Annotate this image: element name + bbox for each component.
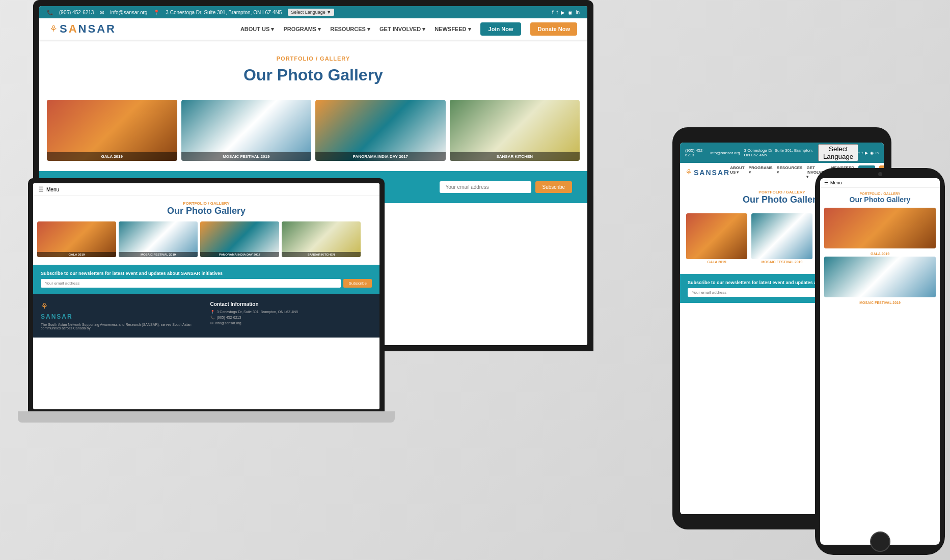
gallery-item-panorama[interactable]: PANORAMA INDIA DAY 2017 — [315, 100, 446, 161]
donate-now-button[interactable]: Donate Now — [530, 22, 577, 36]
tablet-label-mosaic: MOSAIC FESTIVAL 2019 — [751, 259, 812, 265]
tablet-yt-icon[interactable]: ▶ — [865, 151, 868, 155]
laptop-label-panorama: PANORAMA INDIA DAY 2017 — [200, 252, 279, 257]
nav-get-involved[interactable]: GET INVOLVED ▾ — [379, 26, 425, 33]
laptop-menu-label: Menu — [46, 187, 59, 192]
gallery-image-gala — [47, 100, 177, 161]
laptop-contact-email: ✉ info@sansar.org — [210, 321, 372, 325]
laptop-breadcrumb: PORTFOLIO / GALLERY — [39, 201, 373, 206]
join-now-button[interactable]: Join Now — [480, 22, 522, 36]
tablet-topbar-left: (905) 452-6213 info@sansar.org 3 Conesto… — [685, 144, 858, 161]
laptop-label-mosaic: MOSAIC FESTIVAL 2019 — [119, 252, 198, 257]
phone-gallery-gala[interactable] — [824, 208, 936, 248]
tablet-nav-about[interactable]: ABOUT US ▾ — [730, 165, 744, 179]
gallery-item-gala[interactable]: GALA 2019 — [47, 100, 177, 161]
phone-home-button[interactable] — [870, 531, 890, 552]
laptop-label-gala: GALA 2019 — [37, 252, 116, 257]
email-icon: ✉ — [100, 10, 104, 15]
phone-label-gala: GALA 2019 — [824, 251, 936, 257]
tablet-tw-icon[interactable]: t — [862, 151, 863, 155]
gallery-label-sansar: SANSAR KITCHEN — [450, 152, 580, 161]
tablet-logo-icon: ⚘ — [685, 167, 692, 177]
desktop-nav-links: ABOUT US ▾ PROGRAMS ▾ RESOURCES ▾ GET IN… — [240, 22, 577, 36]
phone-menu-bar: ☰ Menu — [820, 178, 940, 188]
gallery-item-mosaic[interactable]: MOSAIC FESTIVAL 2019 — [181, 100, 312, 161]
phone-label-mosaic: MOSAIC FESTIVAL 2019 — [824, 300, 936, 305]
phone-text: (905) 452-6213 — [217, 316, 241, 319]
laptop-newsletter-form: Subscribe — [41, 279, 372, 288]
tablet-email: info@sansar.org — [710, 151, 740, 155]
laptop-subscribe-button[interactable]: Subscribe — [343, 279, 372, 288]
phone-device: ☰ Menu PORTFOLIO / GALLERY Our Photo Gal… — [815, 168, 945, 555]
tablet-img-mosaic — [751, 213, 812, 259]
desktop-topbar: 📞 (905) 452-6213 ✉ info@sansar.org 📍 3 C… — [39, 6, 587, 18]
tablet-lang-btn[interactable]: Select Language — [818, 144, 858, 161]
laptop-footer: ⚘ SANSAR The South Asian Network Support… — [33, 294, 379, 338]
phone-icon: 📞 — [210, 316, 215, 320]
tablet-gallery-mosaic[interactable]: MOSAIC FESTIVAL 2019 — [751, 213, 812, 265]
nav-programs[interactable]: PROGRAMS ▾ — [283, 26, 321, 33]
logo-icon: ⚘ — [49, 23, 58, 35]
linkedin-icon[interactable]: in — [576, 10, 580, 15]
language-selector[interactable]: Select Language ▼ — [288, 9, 334, 16]
laptop-gallery-title: Our Photo Gallery — [39, 206, 373, 216]
laptop-label-sansar: SANSAR KITCHEN — [282, 252, 361, 257]
nav-about[interactable]: ABOUT US ▾ — [240, 26, 275, 33]
laptop-gallery-sansar[interactable]: SANSAR KITCHEN — [282, 221, 361, 257]
scene: 📞 (905) 452-6213 ✉ info@sansar.org 📍 3 C… — [0, 0, 950, 560]
newsletter-form: Subscribe — [440, 181, 572, 193]
tablet-fb-icon[interactable]: f — [858, 151, 859, 155]
tablet-social: f t ▶ ◉ in — [858, 151, 879, 155]
youtube-icon[interactable]: ▶ — [561, 10, 565, 15]
laptop-contact-title: Contact Information — [210, 301, 372, 307]
logo-text: SANSAR — [60, 22, 116, 36]
tablet-topbar: (905) 452-6213 info@sansar.org 3 Conesto… — [680, 143, 884, 163]
phone-camera — [878, 172, 882, 176]
laptop-footer-logo-text: SANSAR — [41, 313, 203, 320]
tablet-gallery-gala[interactable]: GALA 2019 — [686, 213, 747, 265]
twitter-icon[interactable]: t — [556, 10, 558, 15]
phone-hero: PORTFOLIO / GALLERY Our Photo Gallery — [820, 188, 940, 206]
topbar-address: 3 Conestoga Dr, Suite 301, Brampton, ON … — [166, 10, 282, 15]
laptop-footer-desc: The South Asian Network Supporting Aware… — [41, 323, 203, 330]
hamburger-icon[interactable]: ☰ — [38, 186, 44, 193]
phone-icon: 📞 — [47, 10, 53, 15]
tablet-ig-icon[interactable]: ◉ — [870, 151, 874, 155]
laptop-base — [18, 411, 395, 423]
phone-gallery-mosaic[interactable] — [824, 257, 936, 297]
phone-frame: ☰ Menu PORTFOLIO / GALLERY Our Photo Gal… — [815, 168, 945, 555]
phone-hamburger-icon[interactable]: ☰ — [824, 180, 828, 185]
gallery-image-mosaic — [181, 100, 312, 161]
laptop-gallery-panorama[interactable]: PANORAMA INDIA DAY 2017 — [200, 221, 279, 257]
laptop-footer-right: Contact Information 📍 3 Conestoga Dr, Su… — [210, 301, 372, 330]
social-icons: f t ▶ ◉ in — [552, 10, 580, 15]
laptop-gallery-mosaic[interactable]: MOSAIC FESTIVAL 2019 — [119, 221, 198, 257]
laptop-newsletter-text: Subscribe to our newsletters for latest … — [41, 271, 372, 276]
address-text: 3 Conestoga Dr, Suite 301, Brampton, ON … — [217, 310, 298, 314]
nav-resources[interactable]: RESOURCES ▾ — [330, 26, 370, 33]
phone-gallery-title: Our Photo Gallery — [824, 195, 936, 204]
phone-img-mosaic — [824, 257, 936, 297]
gallery-image-sansar — [450, 100, 580, 161]
newsletter-email-input[interactable] — [440, 181, 531, 193]
gallery-image-panorama — [315, 100, 446, 161]
gallery-item-sansar[interactable]: SANSAR KITCHEN — [450, 100, 580, 161]
facebook-icon[interactable]: f — [552, 10, 554, 15]
laptop-gallery-gala[interactable]: GALA 2019 — [37, 221, 116, 257]
tablet-nav-resources[interactable]: RESOURCES ▾ — [777, 165, 803, 179]
laptop-menu-bar: ☰ Menu — [33, 183, 379, 196]
email-text: info@sansar.org — [215, 321, 241, 325]
desktop-navbar: ⚘ SANSAR ABOUT US ▾ PROGRAMS ▾ RESOURCES… — [39, 18, 587, 40]
tablet-nav-programs[interactable]: PROGRAMS ▾ — [749, 165, 773, 179]
tablet-label-gala: GALA 2019 — [686, 259, 747, 265]
gallery-title: Our Photo Gallery — [49, 66, 577, 85]
laptop-email-input[interactable] — [41, 279, 341, 288]
nav-newsfeed[interactable]: NEWSFEED ▾ — [435, 26, 471, 33]
instagram-icon[interactable]: ◉ — [568, 10, 573, 15]
topbar-phone: (905) 452-6213 — [59, 10, 94, 15]
address-icon: 📍 — [210, 310, 215, 314]
newsletter-subscribe-button[interactable]: Subscribe — [535, 181, 572, 193]
email-icon: ✉ — [210, 321, 213, 325]
tablet-li-icon[interactable]: in — [876, 151, 879, 155]
gallery-label-gala: GALA 2019 — [47, 152, 177, 161]
